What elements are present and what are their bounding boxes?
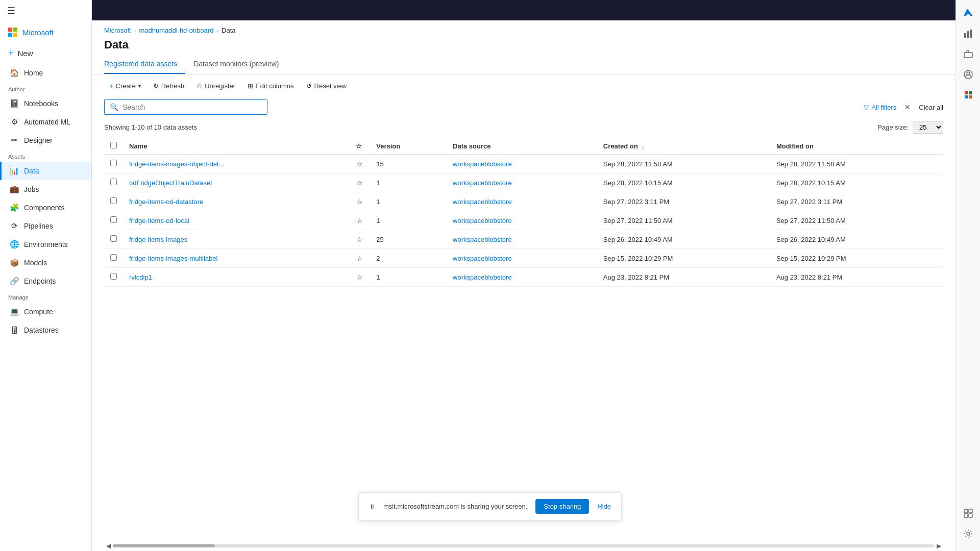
sidebar-item-environments[interactable]: 🌐 Environments bbox=[0, 235, 91, 254]
col-name[interactable]: Name bbox=[123, 138, 350, 155]
sidebar-item-data[interactable]: 📊 Data bbox=[0, 162, 91, 180]
briefcase-icon[interactable] bbox=[959, 45, 977, 63]
row-checkbox-cell[interactable] bbox=[104, 268, 123, 287]
row-checkbox-cell[interactable] bbox=[104, 173, 123, 192]
svg-rect-2 bbox=[970, 30, 972, 38]
filter-close-icon[interactable]: ✕ bbox=[904, 103, 911, 111]
sidebar-item-endpoints[interactable]: 🔗 Endpoints bbox=[0, 272, 91, 290]
right-sidebar bbox=[955, 0, 980, 551]
row-name-link[interactable]: fridge-items-od-local bbox=[129, 217, 189, 224]
row-modified-on-cell: Sep 28, 2022 10:15 AM bbox=[770, 173, 943, 192]
new-button[interactable]: + New bbox=[0, 43, 91, 64]
hamburger-icon[interactable]: ☰ bbox=[7, 5, 15, 16]
row-datasource-link[interactable]: workspaceblobstore bbox=[453, 236, 512, 243]
row-datasource-link[interactable]: workspaceblobstore bbox=[453, 255, 512, 262]
col-star[interactable]: ☆ bbox=[350, 138, 370, 155]
row-checkbox-cell[interactable] bbox=[104, 211, 123, 230]
row-checkbox-cell[interactable] bbox=[104, 155, 123, 173]
search-input[interactable] bbox=[122, 103, 262, 111]
sidebar-item-datastores[interactable]: 🗄 Datastores bbox=[0, 321, 91, 339]
row-checkbox[interactable] bbox=[110, 197, 117, 204]
row-checkbox-cell[interactable] bbox=[104, 230, 123, 249]
row-star-cell[interactable]: ☆ bbox=[350, 155, 370, 173]
refresh-button[interactable]: ↻ Refresh bbox=[148, 80, 190, 92]
filter-area: ▽ All filters ✕ Clear all bbox=[864, 103, 943, 111]
row-name-link[interactable]: fridge-items-images bbox=[129, 236, 187, 243]
settings-gear-icon[interactable] bbox=[959, 524, 977, 543]
office-icon[interactable] bbox=[959, 86, 977, 104]
notebooks-icon: 📓 bbox=[10, 99, 19, 108]
breadcrumb-microsoft[interactable]: Microsoft bbox=[104, 27, 131, 34]
azure-icon[interactable] bbox=[959, 4, 977, 22]
clear-all-button[interactable]: Clear all bbox=[919, 104, 943, 111]
col-data-source[interactable]: Data source bbox=[447, 138, 597, 155]
col-version[interactable]: Version bbox=[370, 138, 447, 155]
sidebar-item-automated-ml[interactable]: ⚙ Automated ML bbox=[0, 113, 91, 131]
hide-button[interactable]: Hide bbox=[597, 503, 611, 510]
row-name-cell: fridge-items-od-local bbox=[123, 211, 350, 230]
toolbar: + Create ▾ ↻ Refresh ⊖ Unregister ⊞ Edit… bbox=[92, 74, 955, 97]
search-icon: 🔍 bbox=[110, 103, 118, 111]
row-name-link[interactable]: rvlcdip1 bbox=[129, 273, 152, 281]
unregister-button[interactable]: ⊖ Unregister bbox=[191, 80, 240, 92]
sidebar-item-compute[interactable]: 💻 Compute bbox=[0, 303, 91, 321]
row-datasource-link[interactable]: workspaceblobstore bbox=[453, 198, 512, 206]
user-circle-icon[interactable] bbox=[959, 65, 977, 84]
row-name-link[interactable]: fridge-items-images-multilabel bbox=[129, 255, 217, 262]
row-checkbox[interactable] bbox=[110, 273, 117, 280]
sidebar-item-notebooks[interactable]: 📓 Notebooks bbox=[0, 94, 91, 113]
row-star-cell[interactable]: ☆ bbox=[350, 230, 370, 249]
sidebar-item-label: Designer bbox=[24, 136, 53, 144]
row-checkbox[interactable] bbox=[110, 216, 117, 223]
col-created-on[interactable]: Created on ↓ bbox=[597, 138, 770, 155]
reset-view-button[interactable]: ↺ Reset view bbox=[301, 80, 352, 92]
scroll-right-arrow[interactable]: ▶ bbox=[935, 542, 943, 549]
notification-bar: ⏸ msit.microsoftstream.com is sharing yo… bbox=[358, 492, 622, 520]
row-star-cell[interactable]: ☆ bbox=[350, 249, 370, 268]
h-scrollbar-thumb[interactable] bbox=[113, 544, 215, 547]
breadcrumb-workspace[interactable]: madhumaddi-hd-onboard bbox=[139, 27, 213, 34]
sidebar-item-models[interactable]: 📦 Models bbox=[0, 254, 91, 272]
all-filters-button[interactable]: ▽ All filters bbox=[864, 104, 896, 111]
row-checkbox[interactable] bbox=[110, 179, 117, 185]
sidebar-item-designer[interactable]: ✏ Designer bbox=[0, 131, 91, 149]
row-star-cell[interactable]: ☆ bbox=[350, 173, 370, 192]
row-star-cell[interactable]: ☆ bbox=[350, 192, 370, 211]
stop-sharing-button[interactable]: Stop sharing bbox=[535, 499, 589, 514]
search-box[interactable]: 🔍 bbox=[104, 99, 267, 115]
row-datasource-link[interactable]: workspaceblobstore bbox=[453, 217, 512, 224]
row-datasource-link[interactable]: workspaceblobstore bbox=[453, 179, 512, 187]
row-datasource-link[interactable]: workspaceblobstore bbox=[453, 273, 512, 281]
scroll-left-arrow[interactable]: ◀ bbox=[104, 542, 113, 549]
row-checkbox[interactable] bbox=[110, 235, 117, 242]
apps-icon[interactable] bbox=[959, 504, 977, 522]
create-button[interactable]: + Create ▾ bbox=[104, 80, 146, 92]
edit-columns-button[interactable]: ⊞ Edit columns bbox=[242, 80, 299, 92]
select-all-checkbox[interactable] bbox=[110, 142, 117, 148]
h-scrollbar-track[interactable] bbox=[113, 544, 935, 547]
row-checkbox-cell[interactable] bbox=[104, 249, 123, 268]
row-checkbox-cell[interactable] bbox=[104, 192, 123, 211]
assets-section-label: Assets bbox=[0, 149, 91, 162]
tab-dataset-monitors[interactable]: Dataset monitors (preview) bbox=[193, 56, 287, 74]
row-checkbox[interactable] bbox=[110, 254, 117, 261]
row-modified-on-cell: Aug 23, 2022 8:21 PM bbox=[770, 268, 943, 287]
sidebar-item-pipelines[interactable]: ⟳ Pipelines bbox=[0, 217, 91, 235]
chart-icon[interactable] bbox=[959, 24, 977, 43]
row-name-link[interactable]: fridge-items-images-object-det... bbox=[129, 160, 224, 168]
row-name-link[interactable]: fridge-items-od-datastore bbox=[129, 198, 203, 206]
sidebar-item-home[interactable]: 🏠 Home bbox=[0, 64, 91, 82]
tab-registered-data-assets[interactable]: Registered data assets bbox=[104, 56, 185, 74]
col-checkbox[interactable] bbox=[104, 138, 123, 155]
row-datasource-link[interactable]: workspaceblobstore bbox=[453, 160, 512, 168]
sidebar-item-jobs[interactable]: 💼 Jobs bbox=[0, 180, 91, 198]
col-modified-on[interactable]: Modified on bbox=[770, 138, 943, 155]
sidebar-item-components[interactable]: 🧩 Components bbox=[0, 198, 91, 217]
row-name-link[interactable]: odFridgeObjectTrainDataset bbox=[129, 179, 212, 187]
page-size-select[interactable]: 25 50 100 bbox=[913, 121, 943, 134]
sidebar-microsoft[interactable]: Microsoft bbox=[0, 21, 91, 43]
row-checkbox[interactable] bbox=[110, 160, 117, 166]
row-star-cell[interactable]: ☆ bbox=[350, 268, 370, 287]
sidebar-item-label: Pipelines bbox=[24, 222, 53, 230]
row-star-cell[interactable]: ☆ bbox=[350, 211, 370, 230]
